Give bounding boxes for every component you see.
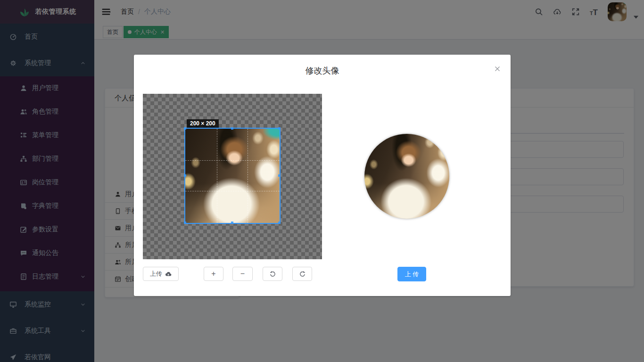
crop-handle[interactable] xyxy=(278,222,281,224)
rotate-right-icon xyxy=(299,271,306,278)
avatar-preview-circle xyxy=(364,134,449,219)
close-icon[interactable] xyxy=(494,65,501,73)
app-root: 若依管理系统 首页系统管理用户管理角色管理菜单管理部门管理岗位管理字典管理参数设… xyxy=(0,0,644,362)
crop-guide-vertical xyxy=(217,129,248,223)
zoom-out-button[interactable]: − xyxy=(232,267,253,281)
crop-handle[interactable] xyxy=(184,174,186,177)
crop-handle[interactable] xyxy=(184,222,186,224)
rotate-left-icon xyxy=(269,271,276,278)
crop-handle[interactable] xyxy=(231,127,233,130)
avatar-dialog: 修改头像 200 × 200 上传+− 上 传 xyxy=(134,55,511,296)
crop-handle[interactable] xyxy=(278,174,281,177)
rotate-right-button[interactable] xyxy=(292,267,312,281)
crop-handle[interactable] xyxy=(231,222,233,224)
crop-handle[interactable] xyxy=(184,127,186,130)
upload-submit-button[interactable]: 上 传 xyxy=(397,267,426,281)
avatar-cropper-canvas[interactable]: 200 × 200 xyxy=(143,94,322,259)
zoom-in-button[interactable]: + xyxy=(204,267,223,281)
crop-handle[interactable] xyxy=(278,127,281,130)
crop-size-badge: 200 × 200 xyxy=(187,119,219,128)
upload-cloud-icon xyxy=(165,271,172,277)
choose-file-upload-button[interactable]: 上传 xyxy=(143,267,179,281)
dialog-title: 修改头像 xyxy=(134,55,511,76)
rotate-left-button[interactable] xyxy=(263,267,282,281)
crop-box[interactable] xyxy=(185,129,280,223)
